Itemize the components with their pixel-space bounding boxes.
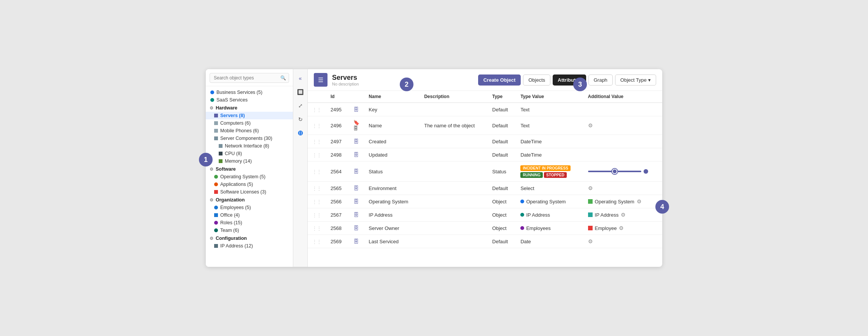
attributes-table: Id Name Description Type Type Value Addi… bbox=[308, 91, 662, 267]
col-additional-value: Additional Value bbox=[583, 91, 662, 103]
col-drag bbox=[308, 91, 326, 103]
table-row: ⋮⋮ 2497 🗄 Created Default DateTime bbox=[308, 135, 662, 148]
db-icon: 🗄 bbox=[353, 225, 359, 231]
memory-icon bbox=[219, 159, 223, 163]
dot-icon bbox=[210, 90, 214, 94]
sidebar-item-computers[interactable]: Computers (6) bbox=[206, 119, 293, 127]
settings-icon[interactable]: ⚙ bbox=[588, 238, 593, 244]
slider-end-dot bbox=[644, 169, 648, 174]
sidebar-item-servers[interactable]: Servers (8) bbox=[206, 112, 293, 119]
sidebar-item-network-interface[interactable]: Network Interface (8) bbox=[206, 142, 293, 150]
type-dot bbox=[520, 226, 524, 230]
col-type: Type bbox=[488, 91, 516, 103]
settings-icon[interactable]: ⚙ bbox=[637, 198, 642, 204]
drag-handle[interactable]: ⋮⋮ bbox=[312, 169, 321, 174]
add-icon[interactable]: ⊕ bbox=[295, 128, 306, 138]
drag-handle[interactable]: ⋮⋮ bbox=[312, 226, 321, 231]
sidebar-item-cpu[interactable]: CPU (8) bbox=[206, 150, 293, 157]
sidebar: 🔍 Business Services (5) SaaS Services ⚙ … bbox=[206, 69, 293, 267]
drag-handle[interactable]: ⋮⋮ bbox=[312, 107, 321, 113]
icon-bar: « 🔲 ⤢ ↻ ⊕ bbox=[293, 69, 308, 267]
table-row: ⋮⋮ 2495 🗄 Key Default Text bbox=[308, 103, 662, 116]
sidebar-item-operating-system[interactable]: Operating System (5) bbox=[206, 173, 293, 181]
step-3-circle: 3 bbox=[573, 78, 587, 91]
drag-handle[interactable]: ⋮⋮ bbox=[312, 186, 321, 191]
sidebar-item-server-components[interactable]: Server Components (30) bbox=[206, 135, 293, 142]
sidebar-item-office[interactable]: Office (4) bbox=[206, 211, 293, 219]
settings-icon[interactable]: ⚙ bbox=[621, 212, 626, 218]
sidebar-item-mobile-phones[interactable]: Mobile Phones (6) bbox=[206, 127, 293, 135]
object-type-button[interactable]: Object Type ▾ bbox=[615, 74, 656, 86]
server-components-icon bbox=[214, 136, 218, 140]
search-box: 🔍 bbox=[206, 69, 293, 86]
computer-icon bbox=[214, 121, 218, 125]
db-icon: 🗄 bbox=[353, 152, 359, 158]
settings-icon[interactable]: ⚙ bbox=[588, 185, 593, 191]
objects-button[interactable]: Objects bbox=[523, 74, 550, 86]
sidebar-item-ip-address[interactable]: IP Address (12) bbox=[206, 242, 293, 250]
mobile-icon bbox=[214, 129, 218, 133]
step-2-circle: 2 bbox=[400, 78, 413, 91]
sidebar-item-software-licenses[interactable]: Software Licenses (3) bbox=[206, 188, 293, 196]
sidebar-section-hardware[interactable]: ⚙ Hardware bbox=[206, 104, 293, 112]
sidebar-item-memory[interactable]: Memory (14) bbox=[206, 157, 293, 165]
stopped-badge: STOPPED bbox=[544, 172, 567, 178]
expand-icon[interactable]: ⤢ bbox=[295, 100, 306, 111]
page-title: Servers bbox=[332, 74, 359, 82]
sidebar-section-configuration[interactable]: ⚙ Configuration bbox=[206, 234, 293, 242]
refresh-icon[interactable]: ↻ bbox=[295, 114, 306, 125]
app-icon bbox=[214, 182, 218, 186]
db-icon: 🗄 bbox=[353, 238, 359, 244]
drag-handle[interactable]: ⋮⋮ bbox=[312, 212, 321, 218]
sidebar-section-organization[interactable]: ⚙ Organization bbox=[206, 196, 293, 204]
sidebar-item-team[interactable]: Team (6) bbox=[206, 227, 293, 234]
collapse-icon[interactable]: « bbox=[295, 73, 306, 84]
table-row: ⋮⋮ 2569 🗄 Last Serviced Default Date ⚙ bbox=[308, 235, 662, 248]
drag-handle[interactable]: ⋮⋮ bbox=[312, 239, 321, 244]
drag-handle[interactable]: ⋮⋮ bbox=[312, 139, 321, 144]
content-header: ☰ Servers No description Create Object O… bbox=[308, 69, 662, 91]
sidebar-item-applications[interactable]: Applications (5) bbox=[206, 181, 293, 188]
settings-icon[interactable]: ⚙ bbox=[619, 225, 624, 231]
team-icon bbox=[214, 228, 218, 232]
drag-handle[interactable]: ⋮⋮ bbox=[312, 123, 321, 128]
col-icon bbox=[349, 91, 364, 103]
settings-icon[interactable]: ⚙ bbox=[588, 122, 593, 128]
os-icon bbox=[214, 175, 218, 179]
search-input[interactable] bbox=[210, 73, 289, 83]
gear-icon: ⚙ bbox=[210, 167, 213, 172]
type-dot bbox=[520, 200, 524, 203]
table-row: ⋮⋮ 2565 🗄 Environment Default Select ⚙ bbox=[308, 182, 662, 195]
create-object-button[interactable]: Create Object bbox=[478, 74, 521, 86]
filter-icon[interactable]: 🔲 bbox=[295, 87, 306, 97]
config-icon: ⚙ bbox=[210, 236, 213, 241]
table-row: ⋮⋮ 2498 🗄 Updated Default DateTime bbox=[308, 148, 662, 162]
graph-button[interactable]: Graph bbox=[588, 74, 613, 86]
sidebar-item-saas-services[interactable]: SaaS Services bbox=[206, 96, 293, 104]
dot-icon bbox=[210, 98, 214, 102]
db-icon: 🗄 bbox=[353, 106, 359, 113]
incident-badge: INCIDENT IN PROGRESS bbox=[520, 165, 570, 171]
running-badge: RUNNING bbox=[520, 172, 543, 178]
drag-handle[interactable]: ⋮⋮ bbox=[312, 152, 321, 158]
drag-handle[interactable]: ⋮⋮ bbox=[312, 199, 321, 204]
color-square bbox=[588, 212, 593, 217]
slider-thumb[interactable] bbox=[612, 169, 617, 174]
content-area: ☰ Servers No description Create Object O… bbox=[308, 69, 662, 267]
employee-icon bbox=[214, 206, 218, 209]
table-row: ⋮⋮ 2496 🔖🗄 Name The name of the object D… bbox=[308, 116, 662, 135]
org-icon: ⚙ bbox=[210, 198, 213, 203]
sidebar-section-software[interactable]: ⚙ Software bbox=[206, 165, 293, 173]
roles-icon bbox=[214, 221, 218, 225]
col-description: Description bbox=[420, 91, 488, 103]
chevron-down-icon: ▾ bbox=[648, 77, 651, 83]
db-icon: 🗄 bbox=[353, 198, 359, 204]
server-icon bbox=[214, 114, 218, 117]
step-1-circle: 1 bbox=[199, 153, 213, 166]
sidebar-item-business-services[interactable]: Business Services (5) bbox=[206, 89, 293, 96]
db-icon: 🗄 bbox=[353, 168, 359, 174]
license-icon bbox=[214, 190, 218, 194]
slider-track[interactable] bbox=[588, 171, 641, 172]
sidebar-item-employees[interactable]: Employees (5) bbox=[206, 204, 293, 211]
sidebar-item-roles[interactable]: Roles (15) bbox=[206, 219, 293, 227]
